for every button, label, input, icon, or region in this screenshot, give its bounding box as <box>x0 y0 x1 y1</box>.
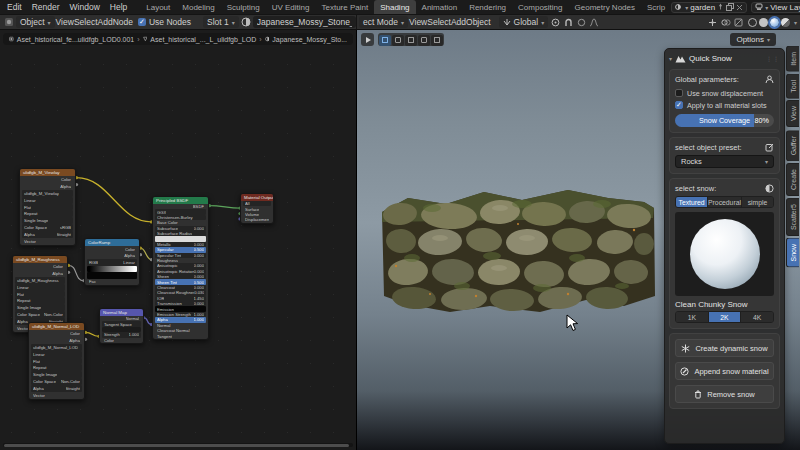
node-principled-bsdf[interactable]: Principled BSDF BSDFGGXChristensen-Burle… <box>152 196 209 340</box>
node-row[interactable]: Color <box>15 263 65 270</box>
menu-item[interactable]: Add <box>451 17 466 27</box>
workspace-tab[interactable]: Scrip <box>641 0 671 14</box>
remove-snow-button[interactable]: Remove snow <box>675 385 774 403</box>
node-row[interactable]: Linear <box>15 284 65 291</box>
mode-dropdown[interactable]: ect Mode▾ <box>359 16 408 28</box>
panel-collapse-icon[interactable]: ▾ <box>669 55 672 62</box>
node-row[interactable]: Specular0.500 <box>155 247 206 252</box>
workspace-tab[interactable]: Animation <box>416 0 464 14</box>
node-row[interactable]: Color SpaceNon-Color <box>15 311 65 318</box>
sidebar-tab[interactable]: Tool <box>786 74 799 99</box>
node-row[interactable]: Repeat <box>22 210 73 217</box>
node-row[interactable] <box>87 272 137 279</box>
node-row[interactable]: Flat <box>22 204 73 211</box>
view-layer-name[interactable]: View Layer <box>770 3 800 12</box>
snow-type-tab[interactable]: Textured <box>676 197 708 207</box>
overlays-icon[interactable] <box>720 16 732 28</box>
node-row[interactable]: AlphaStraight <box>31 385 82 392</box>
snow-type-tab[interactable]: Procedural <box>708 197 742 207</box>
node-row[interactable]: Surface <box>243 206 271 211</box>
node-colorramp[interactable]: ColorRamp ColorAlphaRGBLinearFac <box>84 238 140 286</box>
node-row[interactable]: Anisotropic Rotation0.000 <box>155 269 206 274</box>
node-row[interactable]: Single Image <box>15 304 65 311</box>
checkbox-checked-icon[interactable]: ✓ <box>675 101 683 109</box>
node-row[interactable]: Alpha <box>31 337 82 344</box>
options-button[interactable]: Options▾ <box>730 33 776 46</box>
node-row[interactable]: Vector <box>22 238 73 245</box>
node-row[interactable]: Flat <box>31 358 82 365</box>
material-icon[interactable] <box>240 16 252 28</box>
matcap-sphere-icon[interactable] <box>765 184 774 193</box>
node-header[interactable]: Normal Map <box>100 309 143 316</box>
snow-type-tab[interactable]: simple <box>742 197 773 207</box>
node-row[interactable]: Linear <box>31 351 82 358</box>
close-icon[interactable] <box>736 4 743 11</box>
node-row[interactable]: Fac <box>87 279 137 286</box>
select-mode-intersect-button[interactable] <box>431 35 443 46</box>
sidebar-tab[interactable]: Gaffer <box>786 130 799 161</box>
node-row[interactable]: RGBLinear <box>87 259 137 266</box>
node-row[interactable]: Alpha <box>15 270 65 277</box>
node-row[interactable]: Color <box>22 176 73 183</box>
node-row[interactable]: Linear <box>22 197 73 204</box>
sidebar-tab[interactable]: Create <box>786 163 799 196</box>
node-row[interactable]: Strength1.000 <box>102 332 141 337</box>
node-header[interactable]: Material Output <box>241 194 273 201</box>
node-row[interactable]: AlphaStraight <box>22 231 73 238</box>
node-row[interactable]: Single Image <box>31 371 82 378</box>
shading-rendered-icon[interactable] <box>781 18 790 27</box>
transform-orientation-dropdown[interactable]: Global▾ <box>499 16 549 28</box>
falloff-dropdown[interactable] <box>588 16 600 28</box>
node-row[interactable]: Color SpaceNon-Color <box>31 378 82 385</box>
node-row[interactable]: ulidfgb_M_Viewlay <box>22 190 73 197</box>
resolution-tab[interactable]: 2K <box>709 312 742 322</box>
sidebar-tab[interactable]: Item <box>786 46 799 72</box>
workspace-tab[interactable]: UV Editing <box>266 0 316 14</box>
node-row[interactable]: Displacement <box>243 217 271 222</box>
edit-note-icon[interactable] <box>765 143 774 152</box>
menu-item[interactable]: Edit <box>2 0 27 14</box>
user-preset-icon[interactable] <box>765 75 774 84</box>
node-header[interactable]: ColorRamp <box>85 239 139 246</box>
chevron-down-icon[interactable]: ▾ <box>794 19 797 26</box>
view-layer-selector[interactable]: ▾ View Layer <box>751 2 800 13</box>
object-preset-dropdown[interactable]: Rocks▾ <box>675 155 774 168</box>
use-snow-displacement-row[interactable]: Use snow displacement <box>675 87 774 99</box>
snow-preview[interactable] <box>675 212 774 296</box>
menu-item[interactable]: Render <box>27 0 65 14</box>
slot-dropdown[interactable]: Slot 1▾ <box>203 16 239 28</box>
menu-item[interactable]: Window <box>65 0 105 14</box>
workspace-tab[interactable]: Rendering <box>463 0 512 14</box>
node-row[interactable]: Tangent <box>155 333 206 338</box>
node-row[interactable]: Color SpacesRGB <box>22 224 73 231</box>
select-mode-invert-button[interactable] <box>418 35 430 46</box>
menu-item[interactable]: View <box>409 17 427 27</box>
menu-item[interactable]: Select <box>427 17 451 27</box>
shader-type-dropdown[interactable]: Object▾ <box>16 16 55 28</box>
menu-item[interactable]: Help <box>105 0 132 14</box>
node-row[interactable]: Transmission0.000 <box>155 301 206 306</box>
node-row[interactable]: Clearcoat Roughness0.030 <box>155 290 206 295</box>
xray-icon[interactable] <box>733 16 745 28</box>
node-row[interactable]: GGX <box>155 209 206 214</box>
use-nodes-checkbox[interactable]: ✓Use Nodes <box>134 17 195 27</box>
workspace-tab[interactable]: Sculpting <box>221 0 266 14</box>
node-material-output[interactable]: Material Output AllSurfaceVolumeDisplace… <box>240 193 274 224</box>
workspace-tab[interactable]: Compositing <box>512 0 568 14</box>
node-image-texture-basecolor[interactable]: ulidfgb_M_Viewlay ColorAlphaulidfgb_M_Vi… <box>19 168 76 246</box>
node-row[interactable]: Color <box>31 330 82 337</box>
resolution-tab[interactable]: 4K <box>741 312 773 322</box>
node-row[interactable]: Emission Strength1.000 <box>155 312 206 317</box>
drag-grip-icon[interactable]: ⋮⋮ <box>766 55 780 62</box>
node-row[interactable]: Repeat <box>31 364 82 371</box>
node-row[interactable]: Base Color <box>155 220 206 225</box>
menu-item[interactable]: Node <box>113 17 133 27</box>
menu-item[interactable]: View <box>56 17 74 27</box>
workspace-tab[interactable]: Layout <box>140 0 176 14</box>
workspace-tab[interactable]: Modeling <box>176 0 220 14</box>
node-row[interactable]: Alpha1.000 <box>155 317 206 322</box>
viewport-3d[interactable]: Options▾ <box>357 30 800 450</box>
node-normal-map[interactable]: Normal Map NormalTangent SpaceStrength1.… <box>99 308 144 344</box>
node-row[interactable]: Single Image <box>22 217 73 224</box>
create-dynamic-snow-button[interactable]: Create dynamic snow <box>675 339 774 357</box>
